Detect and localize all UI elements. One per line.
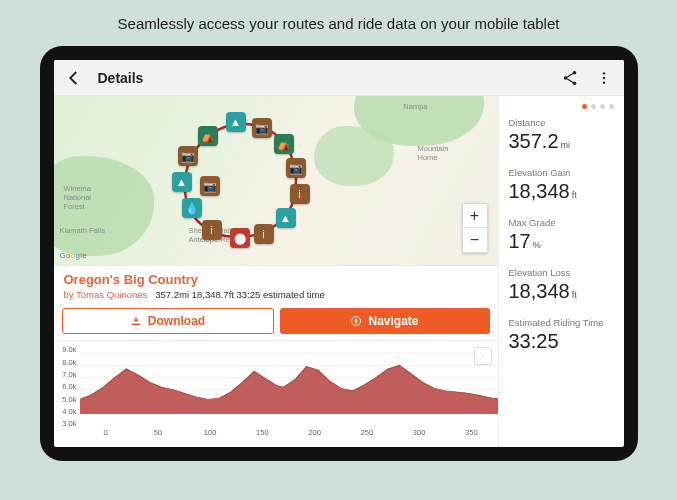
map-label: Mountain Home <box>418 144 468 162</box>
svg-point-5 <box>602 81 604 83</box>
stat-max-grade: Max Grade 17% <box>509 217 614 253</box>
share-button[interactable] <box>560 68 580 88</box>
route-header: Oregon's Big Country by Tomas Quinones 3… <box>54 266 498 304</box>
stat-elevation-loss: Elevation Loss 18,348ft <box>509 267 614 303</box>
zoom-control: + − <box>462 203 488 253</box>
route-title: Oregon's Big Country <box>64 272 488 287</box>
info-pin[interactable]: i <box>202 220 222 240</box>
download-icon <box>130 315 142 327</box>
stat-riding-time: Estimated Riding Time 33:25 <box>509 317 614 353</box>
stat-distance: Distance 357.2mi <box>509 117 614 153</box>
elevation-chart: 9.0k8.0k7.0k6.0k5.0k4.0k3.0k 05010015020… <box>54 340 498 442</box>
stat-elevation-gain: Elevation Gain 18,348ft <box>509 167 614 203</box>
zoom-in-button[interactable]: + <box>463 204 487 228</box>
pagination-dots[interactable] <box>509 104 614 109</box>
chart-x-axis: 050100150200250300350 <box>80 428 498 442</box>
map-label: Winema National Forest <box>64 184 114 211</box>
photo-pin[interactable]: 📷 <box>178 146 198 166</box>
map-label: Nampa <box>403 102 427 111</box>
photo-pin[interactable]: 📷 <box>252 118 272 138</box>
poi-pin[interactable]: ▲ <box>226 112 246 132</box>
expand-chart-button[interactable] <box>474 347 492 365</box>
poi-pin[interactable]: ▲ <box>276 208 296 228</box>
water-pin[interactable]: 💧 <box>182 198 202 218</box>
warning-pin[interactable]: ⬤ <box>230 228 250 248</box>
app-bar: Details <box>54 60 624 96</box>
app-screen: Details Nampa Winema National Forest Kla… <box>54 60 624 447</box>
zoom-out-button[interactable]: − <box>463 228 487 252</box>
photo-pin[interactable]: 📷 <box>286 158 306 178</box>
overflow-menu-button[interactable] <box>594 68 614 88</box>
back-button[interactable] <box>64 68 84 88</box>
map-label: Klamath Falls <box>60 226 105 235</box>
elevation-area <box>80 341 498 414</box>
stats-panel: Distance 357.2mi Elevation Gain 18,348ft… <box>498 96 624 447</box>
camp-pin[interactable]: ⛺ <box>274 134 294 154</box>
poi-pin[interactable]: ▲ <box>172 172 192 192</box>
download-button[interactable]: Download <box>62 308 274 334</box>
info-pin[interactable]: i <box>290 184 310 204</box>
compass-icon <box>350 315 362 327</box>
route-map[interactable]: Nampa Winema National Forest Klamath Fal… <box>54 96 498 266</box>
photo-pin[interactable]: 📷 <box>200 176 220 196</box>
camp-pin[interactable]: ⛺ <box>198 126 218 146</box>
route-author[interactable]: Tomas Quinones <box>76 289 147 300</box>
svg-point-3 <box>602 72 604 74</box>
svg-rect-6 <box>132 324 140 326</box>
info-pin[interactable]: i <box>254 224 274 244</box>
navigate-button[interactable]: Navigate <box>280 308 490 334</box>
page-title: Details <box>98 70 546 86</box>
tablet-frame: Details Nampa Winema National Forest Kla… <box>40 46 638 461</box>
svg-point-4 <box>602 77 604 79</box>
chart-y-axis: 9.0k8.0k7.0k6.0k5.0k4.0k3.0k <box>54 341 80 442</box>
google-attribution: Google <box>60 251 88 260</box>
marketing-tagline: Seamlessly access your routes and ride d… <box>0 0 677 46</box>
route-summary-line: by Tomas Quinones 357.2mi 18,348.7ft 33:… <box>64 289 488 300</box>
